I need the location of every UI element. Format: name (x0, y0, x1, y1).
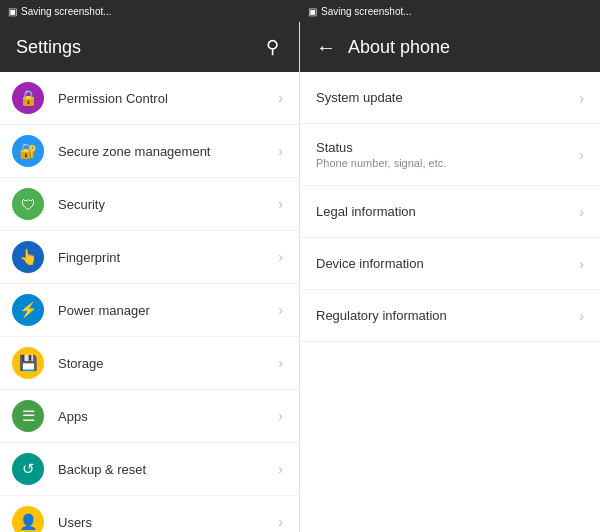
about-title: About phone (348, 37, 450, 58)
legal-information-label: Legal information (316, 204, 416, 219)
back-button[interactable]: ← (316, 36, 336, 59)
status-text-right: ▣ Saving screenshot... (308, 6, 412, 17)
about-item-legal-information[interactable]: Legal information› (300, 186, 600, 238)
apps-icon: ☰ (12, 400, 44, 432)
status-chevron: › (579, 147, 584, 163)
settings-item-backup-reset[interactable]: ↺Backup & reset› (0, 443, 299, 496)
about-item-regulatory-information[interactable]: Regulatory information› (300, 290, 600, 342)
secure-zone-icon: 🔐 (12, 135, 44, 167)
device-information-label: Device information (316, 256, 424, 271)
system-update-label: System update (316, 90, 403, 105)
fingerprint-label: Fingerprint (58, 250, 278, 265)
about-item-system-update[interactable]: System update› (300, 72, 600, 124)
about-item-status[interactable]: StatusPhone number, signal, etc.› (300, 124, 600, 186)
apps-chevron: › (278, 408, 283, 424)
backup-reset-icon: ↺ (12, 453, 44, 485)
legal-information-content: Legal information (316, 204, 416, 219)
about-list: System update›StatusPhone number, signal… (300, 72, 600, 532)
users-label: Users (58, 515, 278, 530)
users-icon: 👤 (12, 506, 44, 532)
status-sub: Phone number, signal, etc. (316, 157, 446, 169)
settings-item-users[interactable]: 👤Users› (0, 496, 299, 532)
settings-item-security[interactable]: 🛡Security› (0, 178, 299, 231)
permission-control-icon: 🔒 (12, 82, 44, 114)
fingerprint-icon: 👆 (12, 241, 44, 273)
settings-item-secure-zone[interactable]: 🔐Secure zone management› (0, 125, 299, 178)
about-header: ← About phone (300, 22, 600, 72)
legal-information-chevron: › (579, 204, 584, 220)
users-chevron: › (278, 514, 283, 530)
permission-control-label: Permission Control (58, 91, 278, 106)
camera-icon-right: ▣ (308, 6, 317, 17)
device-information-content: Device information (316, 256, 424, 271)
status-label: Status (316, 140, 446, 155)
backup-reset-label: Backup & reset (58, 462, 278, 477)
settings-title: Settings (16, 37, 81, 58)
about-item-device-information[interactable]: Device information› (300, 238, 600, 290)
storage-chevron: › (278, 355, 283, 371)
search-button[interactable]: ⚲ (262, 32, 283, 62)
secure-zone-chevron: › (278, 143, 283, 159)
security-chevron: › (278, 196, 283, 212)
system-update-content: System update (316, 90, 403, 105)
status-text-left: ▣ Saving screenshot... (8, 6, 112, 17)
secure-zone-label: Secure zone management (58, 144, 278, 159)
power-manager-label: Power manager (58, 303, 278, 318)
regulatory-information-content: Regulatory information (316, 308, 447, 323)
fingerprint-chevron: › (278, 249, 283, 265)
settings-item-permission-control[interactable]: 🔒Permission Control› (0, 72, 299, 125)
camera-icon-left: ▣ (8, 6, 17, 17)
about-phone-panel: ← About phone System update›StatusPhone … (300, 22, 600, 532)
settings-panel: Settings ⚲ 🔒Permission Control›🔐Secure z… (0, 22, 300, 532)
power-manager-chevron: › (278, 302, 283, 318)
device-information-chevron: › (579, 256, 584, 272)
backup-reset-chevron: › (278, 461, 283, 477)
settings-item-power-manager[interactable]: ⚡Power manager› (0, 284, 299, 337)
storage-icon: 💾 (12, 347, 44, 379)
system-update-chevron: › (579, 90, 584, 106)
settings-list: 🔒Permission Control›🔐Secure zone managem… (0, 72, 299, 532)
status-content: StatusPhone number, signal, etc. (316, 140, 446, 169)
storage-label: Storage (58, 356, 278, 371)
regulatory-information-chevron: › (579, 308, 584, 324)
permission-control-chevron: › (278, 90, 283, 106)
power-manager-icon: ⚡ (12, 294, 44, 326)
settings-header: Settings ⚲ (0, 22, 299, 72)
security-label: Security (58, 197, 278, 212)
settings-item-fingerprint[interactable]: 👆Fingerprint› (0, 231, 299, 284)
status-bar-left: ▣ Saving screenshot... (0, 0, 300, 22)
regulatory-information-label: Regulatory information (316, 308, 447, 323)
security-icon: 🛡 (12, 188, 44, 220)
settings-item-storage[interactable]: 💾Storage› (0, 337, 299, 390)
apps-label: Apps (58, 409, 278, 424)
settings-item-apps[interactable]: ☰Apps› (0, 390, 299, 443)
status-bar-right: ▣ Saving screenshot... (300, 0, 600, 22)
